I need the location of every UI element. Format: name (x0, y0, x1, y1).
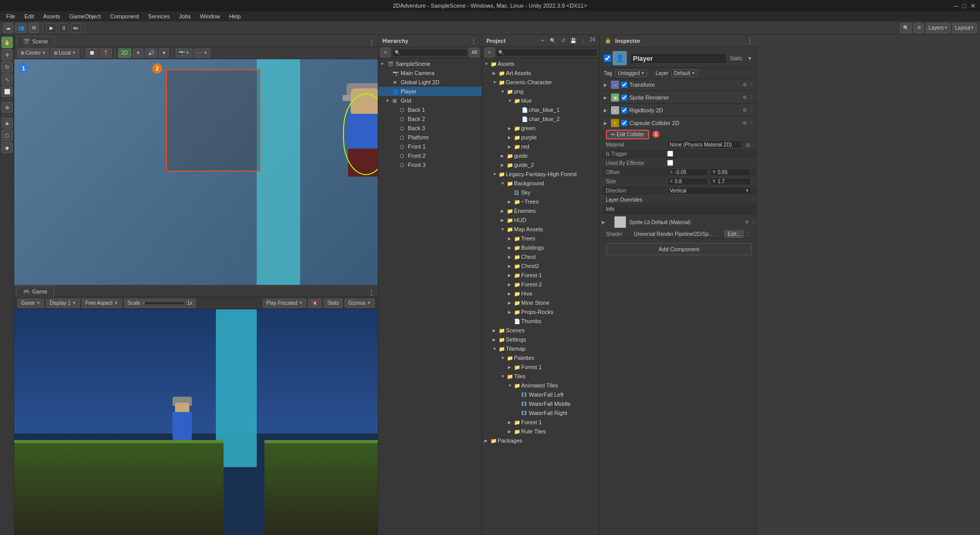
proj-item-png[interactable]: ▼ 📁 png (482, 87, 599, 96)
project-save-btn[interactable]: 💾 (569, 37, 577, 45)
tool-hand[interactable]: ✋ (2, 37, 13, 48)
proj-item-forest1-tiles[interactable]: ▶ 📁 Forest 1 (482, 418, 599, 427)
hierarchy-add-btn[interactable]: + (380, 47, 390, 58)
gizmo-center[interactable]: ⊕Center▼ (17, 48, 49, 58)
hier-item-front3[interactable]: ⬡ Front 3 (378, 160, 482, 169)
menu-jobs[interactable]: Jobs (175, 12, 195, 20)
proj-item-guide2[interactable]: ▶ 📁 guide_2 (482, 160, 599, 169)
proj-item-scenes[interactable]: ▶ 📁 Scenes (482, 326, 599, 335)
proj-item-packages[interactable]: ▶ 📁 Packages (482, 436, 599, 445)
settings-btn[interactable]: ⚙ (29, 23, 39, 33)
proj-item-settings[interactable]: ▶ 📁 Settings (482, 335, 599, 344)
gizmo-btn[interactable]: ⋯ ▼ (194, 48, 210, 58)
hier-item-front2[interactable]: ⬡ Front 2 (378, 151, 482, 160)
hier-item-platform[interactable]: ⬡ Platform (378, 133, 482, 142)
grid-btn[interactable]: 🔲 (86, 48, 98, 58)
shader-menu[interactable]: ⋮ (744, 230, 752, 238)
char-selection-box[interactable] (166, 69, 260, 172)
proj-item-rule-tiles[interactable]: ▶ 📁 Rule Tiles (482, 427, 599, 436)
play-focused-dropdown[interactable]: Play Focused ▼ (263, 299, 307, 308)
menu-services[interactable]: Services (144, 12, 174, 20)
inspector-menu[interactable]: ⋮ (746, 37, 754, 45)
proj-item-char-blue-2[interactable]: 📄 char_blue_2 (482, 114, 599, 124)
proj-item-chest2[interactable]: ▶ 📁 Chest2 (482, 261, 599, 271)
hierarchy-all-btn[interactable]: All (469, 47, 480, 58)
transform-menu[interactable]: ⋮ (748, 82, 754, 88)
proj-item-animated-tiles[interactable]: ▼ 📁 Animated Tiles (482, 381, 599, 390)
proj-item-tilemap[interactable]: ▼ 📁 Tilemap (482, 344, 599, 353)
proj-item-waterfall-middle[interactable]: 🎞 WaterFall Middle (482, 399, 599, 408)
hier-item-grid[interactable]: ▼ ⊞ Grid (378, 96, 482, 105)
gizmo-local[interactable]: ⊕Local▼ (51, 48, 79, 58)
material-pick-btn[interactable]: ◎ (744, 140, 752, 149)
is-trigger-checkbox[interactable] (667, 151, 673, 157)
proj-item-map-assets[interactable]: ▼ 📁 Map Assets (482, 225, 599, 234)
layout-dropdown[interactable]: Layout ▼ (952, 23, 977, 33)
project-create-btn[interactable]: + (484, 47, 495, 58)
sprite-enabled[interactable] (621, 94, 627, 101)
sprite-settings[interactable]: ⚙ (742, 94, 747, 101)
menu-help[interactable]: Help (225, 12, 245, 20)
project-menu[interactable]: ⋮ (579, 37, 587, 45)
add-component-btn[interactable]: Add Component (606, 243, 752, 255)
hier-item-back1[interactable]: ⬡ Back 1 (378, 105, 482, 114)
stats-btn[interactable]: Stats (324, 299, 342, 308)
transform-settings[interactable]: ⚙ (742, 82, 747, 88)
menu-component[interactable]: Component (106, 12, 143, 20)
step-btn[interactable]: ⏭ (71, 23, 81, 33)
menu-edit[interactable]: Edit (20, 12, 38, 20)
project-search-btn[interactable]: 🔍 (549, 37, 557, 45)
mute-btn[interactable]: 🔇 (308, 299, 322, 308)
collider-menu[interactable]: ⋮ (748, 120, 754, 126)
proj-item-tiles[interactable]: ▼ 📁 Tiles (482, 372, 599, 381)
play-btn[interactable]: ▶ (46, 23, 57, 33)
hier-item-player[interactable]: 👤 Player (378, 87, 482, 96)
tool-extra1[interactable]: ◈ (2, 117, 13, 129)
menu-window[interactable]: Window (196, 12, 224, 20)
offset-x-field[interactable]: X -0.05 (667, 168, 708, 176)
proj-item-chest[interactable]: ▶ 📁 Chest (482, 252, 599, 261)
edit-collider-btn[interactable]: ✏ Edit Collider (606, 130, 649, 139)
shader-edit-btn[interactable]: Edit... (724, 230, 744, 238)
fx-btn[interactable]: ✦ (159, 48, 169, 58)
proj-item-mine-stone[interactable]: ▶ 📁 Mine Stone (482, 298, 599, 307)
material-section-menu[interactable]: ⋮ (750, 219, 756, 225)
menu-file[interactable]: File (2, 12, 19, 20)
proj-item-legacy-fantasy[interactable]: ▼ 📁 Legacy-Fantasy-High Forest (482, 169, 599, 179)
rigidbody-settings[interactable]: ⚙ (742, 107, 747, 113)
static-dropdown[interactable]: ▼ (746, 54, 754, 62)
proj-item-palettes[interactable]: ▼ 📁 Palettes (482, 353, 599, 362)
proj-item-forest1-palette[interactable]: ▶ 📁 Forest 1 (482, 362, 599, 372)
tool-scale[interactable]: ⤡ (2, 74, 13, 85)
cloud-btn[interactable]: ☁ (3, 23, 13, 33)
collab-btn[interactable]: 👥 (15, 23, 27, 33)
comp-collider-header[interactable]: ▶ 0 Capsule Collider 2D ⚙ ⋮ (602, 117, 756, 129)
display-dropdown[interactable]: Display 1 ▼ (46, 299, 80, 308)
proj-item-art-assets[interactable]: ▶ 📁 Art Assets (482, 68, 599, 78)
hierarchy-menu[interactable]: ⋮ (470, 37, 478, 45)
tool-extra3[interactable]: ◆ (2, 142, 13, 153)
transform-enabled[interactable] (621, 82, 627, 88)
rigidbody-enabled[interactable] (621, 107, 627, 113)
snap-btn[interactable]: 📍 (100, 48, 112, 58)
game-panel-menu[interactable]: ⋮ (368, 288, 376, 297)
offset-y-field[interactable]: Y 0.85 (710, 168, 751, 176)
refresh-btn[interactable]: ↺ (914, 23, 924, 33)
search-btn[interactable]: 🔍 (900, 23, 912, 33)
comp-transform-header[interactable]: ▶ ↔ Transform ⚙ ⋮ (602, 79, 756, 90)
proj-item-guide[interactable]: ▶ 📁 guide (482, 151, 599, 160)
aspect-dropdown[interactable]: Free Aspect ▼ (82, 299, 121, 308)
proj-item-forest1[interactable]: ▶ 📁 Forest-1 (482, 271, 599, 280)
tool-extra2[interactable]: ⬡ (2, 130, 13, 141)
proj-item-hive[interactable]: ▶ 📁 Hive (482, 289, 599, 298)
hier-item-back3[interactable]: ⬡ Back 3 (378, 124, 482, 133)
layer-dropdown[interactable]: Default ▼ (671, 69, 698, 77)
proj-item-generic-char[interactable]: ▼ 📁 Generic-Character (482, 78, 599, 87)
rigidbody-menu[interactable]: ⋮ (748, 107, 754, 113)
inspector-lock-btn[interactable]: 🔒 (604, 37, 612, 45)
tool-rect[interactable]: ⬜ (2, 86, 13, 97)
proj-item-waterfall-left[interactable]: 🎞 WaterFall Left (482, 390, 599, 399)
scale-control[interactable]: Scale 1x (124, 299, 197, 308)
proj-item-enemies[interactable]: ▶ 📁 Enemies (482, 206, 599, 215)
hier-item-samplescene[interactable]: ▼ 🎬 SampleScene (378, 59, 482, 68)
